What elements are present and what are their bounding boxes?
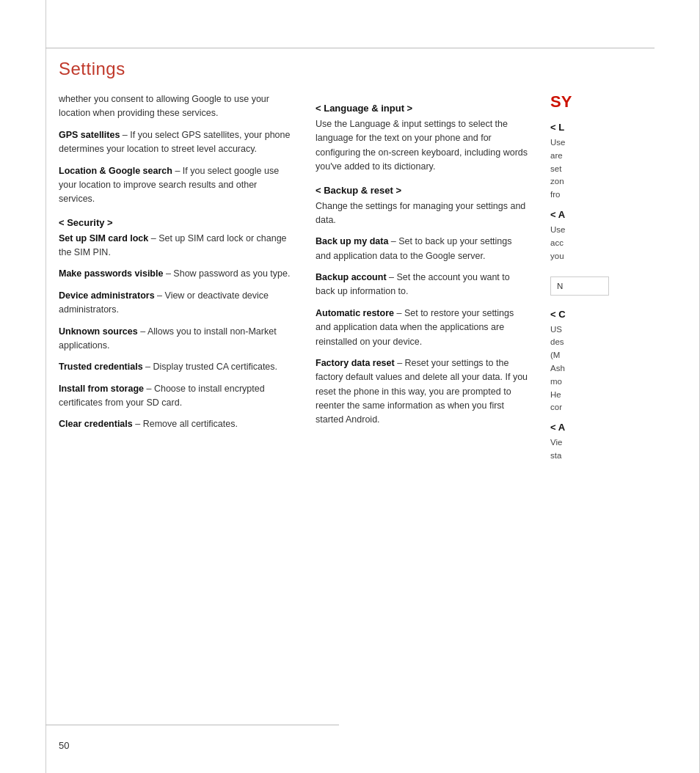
device-admin-item: Device administrators – View or deactiva… bbox=[59, 289, 294, 318]
trusted-cred-item: Trusted credentials – Display trusted CA… bbox=[59, 360, 294, 374]
back-up-data-term: Back up my data bbox=[316, 236, 388, 246]
clear-cred-item: Clear credentials – Remove all certifica… bbox=[59, 417, 294, 431]
page-number: 50 bbox=[59, 740, 69, 751]
unknown-sources-term: Unknown sources bbox=[59, 326, 138, 337]
language-heading: < Language & input > bbox=[316, 103, 528, 114]
right-language-heading: < L bbox=[550, 122, 682, 133]
security-heading: < Security > bbox=[59, 217, 294, 228]
right-note-box: N bbox=[550, 276, 609, 296]
backup-account-term: Backup account bbox=[316, 272, 387, 282]
right-accounts-text: Useaccyou bbox=[550, 224, 682, 263]
right-section3-heading: < C bbox=[550, 309, 682, 320]
sim-lock-item: Set up SIM card lock – Set up SIM card l… bbox=[59, 232, 294, 260]
factory-reset-term: Factory data reset bbox=[316, 358, 395, 368]
right-col-title: SY bbox=[550, 92, 682, 111]
device-admin-term: Device administrators bbox=[59, 290, 155, 301]
passwords-item: Make passwords visible – Show password a… bbox=[59, 267, 294, 281]
bottom-rule bbox=[45, 725, 339, 725]
right-section4-text: Viesta bbox=[550, 436, 682, 463]
trusted-cred-desc: – Display trusted CA certificates. bbox=[145, 362, 277, 372]
backup-heading: < Backup & reset > bbox=[316, 185, 528, 196]
main-content: Settings whether you consent to allowing… bbox=[59, 59, 690, 470]
right-column: SY < L Usearesetzonfro < A Useaccyou N <… bbox=[550, 92, 682, 470]
top-rule bbox=[45, 48, 655, 48]
clear-cred-desc: – Remove all certificates. bbox=[135, 419, 238, 429]
auto-restore-term: Automatic restore bbox=[316, 308, 394, 318]
language-text: Use the Language & input settings to sel… bbox=[316, 117, 528, 175]
right-section4-heading: < A bbox=[550, 422, 682, 433]
gps-item: GPS satellites – If you select GPS satel… bbox=[59, 128, 294, 157]
back-up-data-item: Back up my data – Set to back up your se… bbox=[316, 235, 528, 263]
factory-reset-item: Factory data reset – Reset your settings… bbox=[316, 356, 528, 428]
backup-account-item: Backup account – Set the account you wan… bbox=[316, 271, 528, 299]
two-column-layout: whether you consent to allowing Google t… bbox=[59, 92, 690, 470]
left-column: whether you consent to allowing Google t… bbox=[59, 92, 294, 470]
location-item: Location & Google search – If you select… bbox=[59, 164, 294, 207]
gps-term: GPS satellites bbox=[59, 130, 120, 140]
page-title: Settings bbox=[59, 59, 690, 79]
right-section3-text: USdes(MAshmoHecor bbox=[550, 323, 682, 415]
auto-restore-item: Automatic restore – Set to restore your … bbox=[316, 307, 528, 349]
backup-intro: Change the settings for managing your se… bbox=[316, 199, 528, 228]
install-storage-item: Install from storage – Choose to install… bbox=[59, 382, 294, 411]
left-border bbox=[45, 0, 46, 773]
unknown-sources-item: Unknown sources – Allows you to install … bbox=[59, 325, 294, 353]
sim-lock-term: Set up SIM card lock bbox=[59, 233, 148, 243]
center-column: < Language & input > Use the Language & … bbox=[316, 92, 528, 470]
passwords-term: Make passwords visible bbox=[59, 268, 163, 279]
trusted-cred-term: Trusted credentials bbox=[59, 362, 143, 372]
right-language-text: Usearesetzonfro bbox=[550, 136, 682, 202]
location-term: Location & Google search bbox=[59, 166, 172, 176]
install-storage-term: Install from storage bbox=[59, 384, 144, 394]
intro-text: whether you consent to allowing Google t… bbox=[59, 92, 294, 121]
clear-cred-term: Clear credentials bbox=[59, 419, 133, 429]
passwords-desc: – Show password as you type. bbox=[166, 268, 291, 279]
right-accounts-heading: < A bbox=[550, 209, 682, 220]
